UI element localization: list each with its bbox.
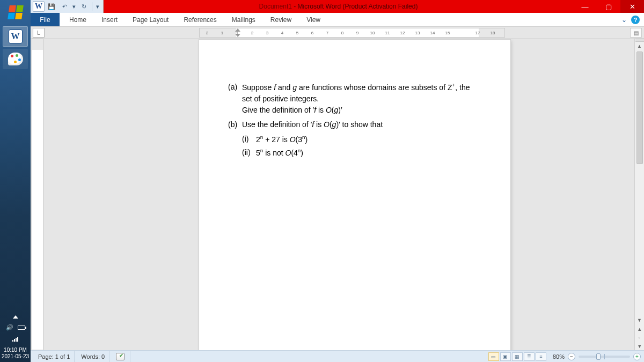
undo-dropdown-icon[interactable]: ▾: [71, 1, 77, 12]
word-icon: W: [9, 29, 23, 43]
tab-view[interactable]: View: [299, 13, 328, 26]
file-tab[interactable]: File: [31, 13, 60, 26]
vertical-scrollbar[interactable]: ▲ ▼ ▴ ◦ ▾: [634, 39, 644, 350]
windows-logo-icon: [8, 5, 24, 19]
ribbon-tabs: File Home Insert Page Layout References …: [31, 13, 644, 27]
workspace: 2112345678910111213141516171819 (a) Supp…: [31, 39, 644, 350]
title-doc-name: Document1: [259, 3, 292, 10]
view-outline-button[interactable]: ≣: [524, 352, 535, 361]
app-menu-button[interactable]: W: [33, 1, 45, 12]
scroll-up-button[interactable]: ▲: [635, 42, 644, 50]
title-app-name: Microsoft Word (Product Activation Faile…: [298, 3, 418, 10]
spellcheck-icon: [116, 353, 126, 360]
close-button[interactable]: ✕: [620, 0, 644, 13]
title-sep: -: [292, 3, 298, 10]
clock-time: 10:10 PM: [2, 347, 29, 353]
tab-selector-button[interactable]: L: [33, 28, 45, 38]
redo-button[interactable]: ↻: [78, 1, 90, 12]
item-a-text: Suppose f and g are functions whose doma…: [242, 82, 476, 116]
tab-page-layout[interactable]: Page Layout: [125, 13, 176, 26]
vertical-ruler[interactable]: 2112345678910111213141516171819: [32, 39, 43, 350]
maximize-button[interactable]: ▢: [597, 0, 620, 13]
select-browse-object-button[interactable]: ◦: [635, 333, 644, 342]
ribbon-collapse-icon[interactable]: ⌄: [621, 16, 627, 24]
zoom-in-button[interactable]: +: [633, 353, 641, 360]
save-button[interactable]: 💾: [46, 1, 57, 12]
scroll-down-button[interactable]: ▼: [635, 316, 644, 324]
scroll-thumb[interactable]: [636, 51, 643, 164]
word-window: W 💾 ↶ ▾ ↻ ▾ Document1 - Microsoft Word (…: [31, 0, 644, 362]
item-b-label: (b): [228, 119, 242, 130]
tab-review[interactable]: Review: [263, 13, 299, 26]
tab-insert[interactable]: Insert: [94, 13, 125, 26]
tray-overflow-icon[interactable]: [13, 315, 18, 319]
window-controls: — ▢ ✕: [573, 0, 644, 13]
clock-date: 2021-05-23: [2, 353, 29, 360]
window-title: Document1 - Microsoft Word (Product Acti…: [104, 3, 573, 10]
status-spellcheck[interactable]: [112, 351, 130, 363]
tab-home[interactable]: Home: [62, 13, 94, 26]
tab-references[interactable]: References: [176, 13, 224, 26]
taskbar-app-paint[interactable]: [3, 49, 28, 69]
item-a-label: (a): [228, 82, 242, 116]
view-buttons: ▭ ▣ ▦ ≣ ≡: [488, 352, 546, 361]
status-bar: Page: 1 of 1 Words: 0 ▭ ▣ ▦ ≣ ≡ 80% − +: [31, 350, 644, 362]
zoom-slider[interactable]: [579, 356, 630, 358]
qat-separator: [92, 2, 92, 11]
tab-mailings[interactable]: Mailings: [224, 13, 263, 26]
volume-icon[interactable]: [6, 324, 13, 331]
next-page-button[interactable]: ▾: [635, 342, 644, 350]
zoom-percent[interactable]: 80%: [553, 353, 565, 360]
help-button[interactable]: ?: [631, 16, 640, 24]
network-signal-icon[interactable]: [12, 336, 18, 342]
ruler-strip: L 211234567891011121314151718 ▤: [31, 27, 644, 39]
taskbar-clock[interactable]: 10:10 PM 2021-05-23: [2, 347, 29, 360]
horizontal-ruler[interactable]: 211234567891011121314151718: [199, 28, 505, 38]
title-bar: W 💾 ↶ ▾ ↻ ▾ Document1 - Microsoft Word (…: [31, 0, 644, 13]
document-page[interactable]: (a) Suppose f and g are functions whose …: [199, 40, 510, 350]
item-bii-label: (ii): [242, 147, 256, 159]
view-draft-button[interactable]: ≡: [536, 352, 546, 361]
minimize-button[interactable]: —: [573, 0, 597, 13]
taskbar-app-word[interactable]: W: [3, 26, 28, 47]
status-page[interactable]: Page: 1 of 1: [34, 351, 75, 363]
status-words[interactable]: Words: 0: [77, 351, 109, 363]
ruler-toggle-button[interactable]: ▤: [630, 28, 642, 38]
view-web-button[interactable]: ▦: [512, 352, 523, 361]
zoom-slider-knob[interactable]: [596, 353, 601, 360]
system-tray: 10:10 PM 2021-05-23: [2, 315, 29, 362]
quick-access-toolbar: W 💾 ↶ ▾ ↻ ▾: [31, 0, 104, 13]
document-area[interactable]: (a) Suppose f and g are functions whose …: [45, 39, 634, 350]
start-button[interactable]: [0, 0, 31, 24]
battery-icon[interactable]: [18, 326, 25, 330]
item-b-text: Use the definition of ′f is O(g)′ to sho…: [242, 119, 476, 130]
qat-customize-button[interactable]: ▾: [94, 1, 101, 12]
paint-icon: [8, 53, 23, 65]
undo-button[interactable]: ↶: [58, 1, 70, 12]
view-print-layout-button[interactable]: ▭: [488, 352, 499, 361]
zoom-controls: 80% − +: [553, 353, 641, 360]
item-bi-label: (i): [242, 134, 256, 145]
windows-taskbar: W 10:10 PM 2021-05-23: [0, 0, 31, 362]
item-bii-text: 5n is not O(4n): [256, 147, 303, 159]
scroll-track[interactable]: [635, 50, 644, 316]
prev-page-button[interactable]: ▴: [635, 324, 644, 333]
item-bi-text: 2n + 27 is O(3n): [256, 134, 308, 145]
view-fullscreen-button[interactable]: ▣: [500, 352, 511, 361]
zoom-out-button[interactable]: −: [568, 353, 575, 360]
